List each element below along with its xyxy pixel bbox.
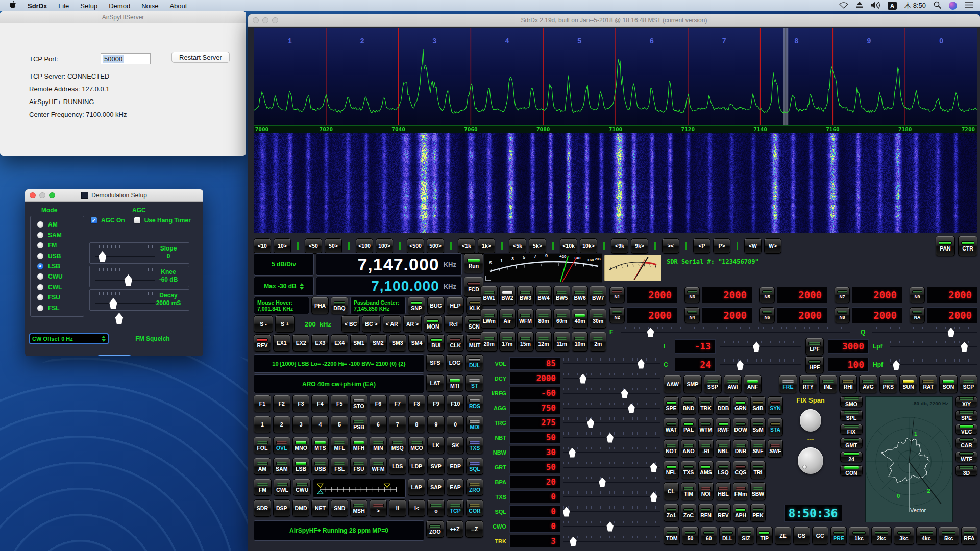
spotlight-icon[interactable]	[934, 1, 941, 10]
btn-2kc[interactable]: 2kc	[871, 527, 892, 545]
btn-bc[interactable]: < BC	[341, 315, 360, 333]
c-slider[interactable]	[720, 359, 801, 370]
siri-icon[interactable]	[949, 2, 957, 10]
btn-50[interactable]: 50>	[325, 238, 342, 254]
window-controls[interactable]	[253, 17, 278, 23]
btn-f1[interactable]: F1	[254, 395, 271, 412]
btn-n7[interactable]: N7	[835, 287, 850, 303]
btn-snp[interactable]: SNP	[408, 297, 425, 314]
btn-ctr[interactable]: CTR	[958, 236, 977, 256]
btn-zro[interactable]: ZRO	[466, 479, 483, 496]
btn-20m[interactable]: 20m	[481, 332, 498, 352]
btn-msh[interactable]: MSH	[350, 499, 368, 517]
center-frequency-display[interactable]: 7,100.000 KHz	[316, 277, 462, 296]
btn-sto[interactable]: STO	[350, 395, 368, 412]
radio-button[interactable]	[37, 294, 44, 301]
btn-gs[interactable]: GS	[793, 527, 810, 545]
mode-radio-lsb[interactable]: LSB	[37, 263, 84, 270]
btn-lwm[interactable]: LWm	[481, 309, 498, 329]
slider-handle[interactable]	[647, 328, 654, 337]
volume-icon[interactable]	[871, 2, 880, 10]
btn-x-y[interactable]: X/Y	[955, 396, 977, 407]
btn-sdr[interactable]: SDR	[254, 499, 271, 517]
btn-40m[interactable]: 40m	[572, 309, 589, 329]
btn-lsq[interactable]: LSQ	[716, 461, 731, 479]
btn-dsp[interactable]: DSP	[273, 499, 290, 517]
btn-cor[interactable]: COR	[466, 499, 483, 517]
btn-gmt[interactable]: GMT	[840, 438, 863, 448]
btn-15m[interactable]: 15m	[517, 332, 534, 352]
btn-ze[interactable]: ZE	[775, 527, 791, 545]
btn-edp[interactable]: EDP	[447, 458, 464, 475]
btn-0[interactable]: 0	[447, 416, 464, 433]
btn-60m[interactable]: 60m	[553, 309, 570, 329]
btn-hlp[interactable]: HLP	[447, 297, 464, 314]
btn-5k[interactable]: <5k	[509, 238, 526, 254]
slider-handle[interactable]	[562, 507, 570, 517]
btn-lat[interactable]: LAT	[426, 374, 444, 392]
slider-track[interactable]	[564, 388, 660, 399]
btn-bnd[interactable]: BND	[681, 396, 696, 415]
slider-track[interactable]	[564, 491, 660, 503]
btn-[interactable]: >	[370, 499, 387, 517]
btn-rwf[interactable]: RWF	[716, 418, 731, 436]
btn-rds[interactable]: RDS	[466, 395, 483, 412]
btn-17m[interactable]: 17m	[499, 332, 516, 352]
btn-ssm[interactable]: SsM	[750, 418, 766, 436]
btn-snf[interactable]: SNF	[750, 439, 766, 458]
btn-n5[interactable]: N5	[760, 287, 775, 303]
menu-about[interactable]: About	[169, 2, 187, 10]
btn-s[interactable]: S -	[254, 315, 273, 333]
vector-scope[interactable]: 102-80 db, 2200 Hz	[865, 396, 953, 522]
btn-tim[interactable]: TIM	[681, 482, 696, 500]
slider-handle[interactable]	[109, 298, 117, 309]
btn-n1[interactable]: N1	[609, 287, 625, 303]
btn-noi[interactable]: NOI	[698, 482, 714, 500]
btn-bui[interactable]: BUI	[427, 334, 445, 352]
btn-sbw[interactable]: SBW	[750, 482, 766, 500]
menu-noise[interactable]: Noise	[141, 2, 158, 10]
btn-air[interactable]: Air	[499, 309, 516, 329]
btn-wfm[interactable]: WFM	[517, 309, 534, 329]
btn-ex2[interactable]: EX2	[292, 334, 310, 352]
btn-spe[interactable]: SPE	[955, 410, 977, 421]
btn-n8[interactable]: N8	[835, 307, 850, 323]
btn-zo1[interactable]: Zo1	[664, 504, 679, 522]
agc-decay-slider[interactable]: Decay2000 mS	[89, 289, 189, 311]
mode-radio-sam[interactable]: SAM	[37, 232, 84, 239]
btn-spe[interactable]: SPE	[664, 396, 679, 415]
i-slider[interactable]	[720, 341, 801, 352]
btn-vec[interactable]: VEC	[955, 424, 977, 435]
btn-psb[interactable]: PSB	[350, 416, 368, 433]
btn-mco[interactable]: MCO	[408, 437, 426, 454]
btn-svp[interactable]: SVP	[427, 458, 445, 475]
btn-grn[interactable]: GRN	[733, 396, 748, 415]
btn-snd[interactable]: SND	[331, 499, 348, 517]
btn-sm3[interactable]: SM3	[389, 334, 406, 352]
btn-f9[interactable]: F9	[427, 395, 445, 412]
slider-track[interactable]	[564, 462, 660, 473]
btn-o[interactable]: o	[427, 499, 445, 517]
slider-handle[interactable]	[98, 251, 107, 262]
close-window-button[interactable]	[253, 17, 259, 23]
agc-slope-slider[interactable]: Slope0	[89, 242, 189, 264]
btn-min[interactable]: MIN	[370, 437, 387, 454]
btn-na[interactable]: NA	[910, 307, 925, 323]
btn-10[interactable]: <10	[254, 238, 271, 254]
btn-dll[interactable]: DLL	[719, 527, 736, 545]
mode-radio-fsl[interactable]: FSL	[37, 305, 84, 312]
slider-handle[interactable]	[621, 389, 628, 398]
btn-bug[interactable]: BUG	[427, 297, 445, 314]
btn-1k[interactable]: 1k>	[478, 238, 495, 254]
cw-offset-field[interactable]: CW Offset 0 Hz	[29, 333, 109, 344]
slider-handle[interactable]	[606, 522, 614, 532]
btn-dmd[interactable]: DMD	[292, 499, 310, 517]
btn-ovl[interactable]: OVL	[273, 437, 290, 454]
radio-button[interactable]	[37, 253, 44, 260]
demod-titlebar[interactable]: Demodulation Setup	[25, 189, 203, 202]
spectrum-display[interactable]: 1234567890	[254, 28, 977, 125]
btn-txs[interactable]: TXS	[681, 461, 696, 479]
radio-button[interactable]	[37, 305, 44, 312]
btn-100[interactable]: <100	[356, 238, 373, 254]
slider-handle[interactable]	[124, 274, 133, 286]
